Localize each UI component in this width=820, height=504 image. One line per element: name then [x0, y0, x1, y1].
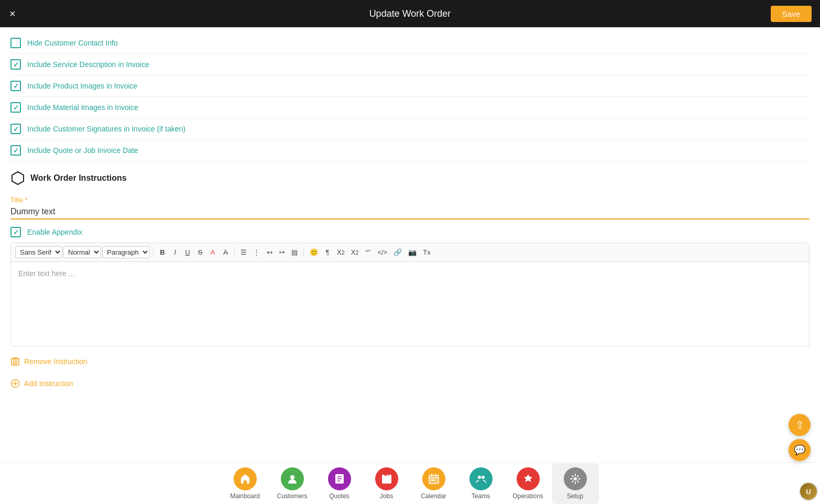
checkbox-label-include-service: Include Service Description in Invoice [27, 60, 149, 69]
font-family-select[interactable]: Sans Serif [15, 246, 62, 258]
nav-item-setup[interactable]: Setup [552, 463, 599, 504]
font-color-button[interactable]: A [207, 247, 218, 258]
quotes-icon-wrap [328, 467, 351, 490]
toolbar-separator-3 [303, 248, 304, 257]
svg-marker-0 [12, 172, 24, 184]
emoji-button[interactable]: 🙂 [307, 247, 321, 258]
hexagon-icon [10, 171, 25, 185]
add-instruction-button[interactable]: Add Instruction [10, 372, 810, 395]
checkbox-row-include-service: Include Service Description in Invoice [10, 54, 810, 75]
teams-icon-wrap [469, 467, 493, 490]
nav-item-mainboard[interactable]: Mainboard [222, 463, 269, 504]
checkbox-label-include-product: Include Product Images in Invoice [27, 82, 137, 90]
italic-button[interactable]: I [169, 247, 181, 258]
checkbox-enable-appendix[interactable] [10, 227, 21, 237]
mainboard-icon-wrap [234, 467, 257, 490]
header: × Update Work Order Save [0, 0, 820, 27]
toolbar-separator-1 [153, 248, 154, 257]
nav-label-setup: Setup [567, 492, 583, 500]
title-input[interactable] [10, 205, 810, 220]
link-button[interactable]: 🔗 [391, 247, 404, 258]
svg-point-8 [478, 476, 481, 479]
page-title: Update Work Order [369, 8, 451, 19]
svg-marker-10 [524, 474, 532, 482]
checkbox-label-hide-customer: Hide Customer Contact Info [27, 39, 118, 47]
nav-item-operations[interactable]: Operations [505, 463, 552, 504]
user-avatar[interactable]: U [799, 482, 818, 501]
format-select[interactable]: Paragraph [102, 246, 150, 258]
nav-item-teams[interactable]: Teams [457, 463, 505, 504]
nav-label-customers: Customers [277, 492, 307, 500]
underline-button[interactable]: U [182, 247, 193, 258]
blockquote-button[interactable]: “” [362, 247, 374, 258]
nav-item-quotes[interactable]: Quotes [316, 463, 363, 504]
checkbox-hide-customer[interactable] [10, 38, 21, 48]
nav-label-calendar: Calendar [421, 492, 446, 500]
strikethrough-button[interactable]: S [194, 247, 206, 258]
outdent-button[interactable]: ↤ [264, 247, 275, 258]
checkbox-include-quote[interactable] [10, 145, 21, 156]
setup-icon-wrap [564, 467, 587, 490]
ltr-button[interactable]: ¶ [322, 247, 333, 258]
checkbox-label-include-material: Include Material Images in Invoice [27, 103, 138, 112]
highlight-button[interactable]: A̶ [220, 247, 231, 258]
bottom-nav: Mainboard Customers Quotes Jobs [0, 462, 820, 504]
checkbox-label-include-quote: Include Quote or Job Invoice Date [27, 146, 138, 155]
checkbox-label-include-signatures: Include Customer Signatures in Invoice (… [27, 125, 185, 133]
svg-rect-7 [433, 479, 435, 481]
scroll-up-fab[interactable]: ⇧ [789, 414, 811, 436]
avatar-initials: U [800, 483, 817, 500]
enable-appendix-row: Enable Appendix [10, 227, 810, 237]
nav-label-mainboard: Mainboard [230, 492, 260, 500]
customers-icon [287, 473, 298, 485]
mainboard-icon [239, 473, 251, 485]
subscript-button[interactable]: X2 [334, 247, 347, 258]
save-button[interactable]: Save [771, 6, 812, 22]
svg-point-11 [574, 477, 577, 480]
checkbox-include-signatures[interactable] [10, 124, 21, 134]
bold-button[interactable]: B [157, 247, 168, 258]
svg-point-3 [290, 475, 294, 479]
ordered-list-button[interactable]: ☰ [238, 247, 249, 258]
image-button[interactable]: 📷 [406, 247, 419, 258]
title-label: Title * [10, 196, 810, 204]
editor-body[interactable]: Enter text here ... [11, 262, 809, 346]
nav-label-teams: Teams [472, 492, 490, 500]
quotes-icon [334, 473, 345, 485]
trash-icon [10, 357, 20, 366]
section-heading-text: Work Order Instructions [30, 173, 127, 183]
remove-instruction-label: Remove Instruction [24, 357, 88, 366]
nav-item-calendar[interactable]: Calendar [410, 463, 457, 504]
teams-icon [475, 473, 487, 485]
align-button[interactable]: ▤ [289, 247, 300, 258]
section-heading: Work Order Instructions [10, 161, 810, 192]
editor-container: Sans Serif Normal Paragraph B I U S A A̶… [10, 243, 810, 346]
code-button[interactable]: </> [375, 247, 390, 258]
checkbox-row-include-quote: Include Quote or Job Invoice Date [10, 140, 810, 161]
nav-label-operations: Operations [512, 492, 543, 500]
unordered-list-button[interactable]: ⋮ [250, 247, 263, 258]
checkbox-row-include-signatures: Include Customer Signatures in Invoice (… [10, 118, 810, 140]
superscript-button[interactable]: X2 [348, 247, 362, 258]
checkbox-row-hide-customer: Hide Customer Contact Info [10, 32, 810, 54]
svg-rect-6 [431, 479, 433, 481]
checkbox-include-service[interactable] [10, 59, 21, 70]
nav-item-customers[interactable]: Customers [269, 463, 316, 504]
operations-icon [522, 473, 534, 485]
svg-point-9 [482, 476, 485, 479]
nav-label-jobs: Jobs [380, 492, 393, 500]
clear-format-button[interactable]: Tx [420, 247, 433, 258]
main-content: Hide Customer Contact Info Include Servi… [0, 27, 820, 462]
editor-toolbar: Sans Serif Normal Paragraph B I U S A A̶… [11, 243, 809, 262]
remove-instruction-button[interactable]: Remove Instruction [10, 350, 810, 372]
jobs-icon-wrap [375, 467, 398, 490]
checkbox-include-product[interactable] [10, 81, 21, 91]
operations-icon-wrap [517, 467, 540, 490]
title-field-group: Title * [10, 196, 810, 220]
font-size-select[interactable]: Normal [63, 246, 101, 258]
nav-item-jobs[interactable]: Jobs [363, 463, 410, 504]
chat-fab[interactable]: 💬 [789, 439, 811, 461]
close-button[interactable]: × [9, 8, 16, 20]
checkbox-include-material[interactable] [10, 102, 21, 113]
indent-button[interactable]: ↦ [276, 247, 288, 258]
